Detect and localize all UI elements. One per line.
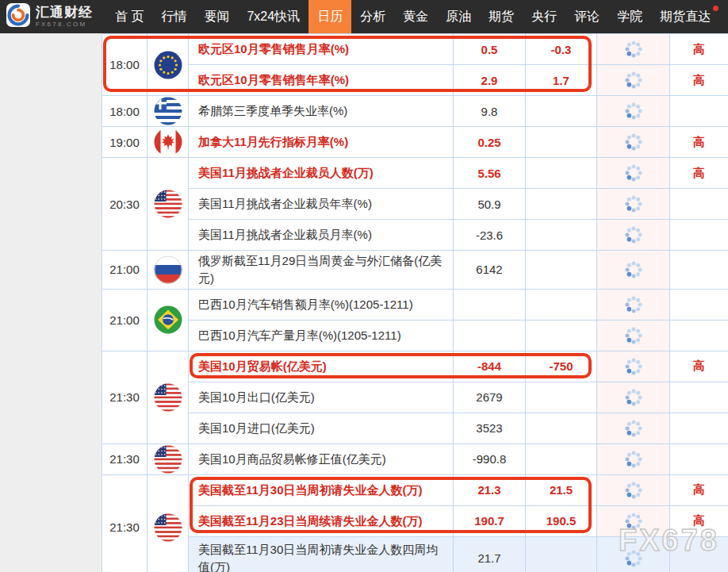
event-name[interactable]: 美国截至11月30日当周初请失业金人数(万) [189,474,454,505]
event-name[interactable]: 欧元区10月零售销售年率(%) [189,65,454,96]
greece-flag-icon [154,97,182,125]
nav-item-13[interactable]: 期货直达 [651,0,719,33]
top-nav: 汇通财经 FX678.COM 首 页行情要闻7x24快讯日历分析黄金原油期货央行… [0,0,728,33]
value-actual: 0.5 [454,34,526,65]
nav-item-3[interactable]: 要闻 [195,0,238,33]
spinner-cell [597,351,670,382]
brazil-flag-icon [154,305,182,334]
nav-item-1[interactable]: 首 页 [106,0,152,33]
importance-cell: 高 [670,65,728,96]
value-forecast: 21.5 [526,474,597,505]
brand-subtitle: FX678.COM [36,21,93,28]
nav-item-9[interactable]: 期货 [480,0,523,33]
loading-spinner-icon [625,420,642,437]
table-row: 21:00巴西10月汽车销售额月率(%)(1205-1211) [102,289,728,320]
value-forecast [526,443,597,474]
table-row: 巴西10月汽车产量月率(%)(1205-1211) [102,320,728,351]
value-forecast: 1.7 [526,65,597,96]
calendar-table-body: 18:00欧元区10月零售销售月率(%)0.5-0.3高欧元区10月零售销售年率… [102,34,728,572]
event-name[interactable]: 美国11月挑战者企业裁员年率(%) [189,189,454,220]
event-name[interactable]: 美国11月挑战者企业裁员人数(万) [189,158,454,189]
us-flag-icon [154,445,182,474]
time-cell: 18:00 [102,34,148,96]
spinner-cell [597,220,670,251]
spinner-cell [597,127,670,158]
nav-item-7[interactable]: 黄金 [394,0,437,33]
event-name[interactable]: 巴西10月汽车产量月率(%)(1205-1211) [189,320,454,351]
nav-item-6[interactable]: 分析 [351,0,394,33]
time-cell: 21:30 [102,474,148,572]
value-forecast: -0.3 [526,34,597,65]
value-actual: -990.8 [454,443,526,474]
importance-cell [670,189,728,220]
loading-spinner-icon [625,40,642,58]
table-row: 21:30美国10月商品贸易帐修正值(亿美元)-990.8 [102,443,728,474]
loading-spinner-icon [625,482,642,499]
table-row: 21:30美国截至11月30日当周初请失业金人数(万)21.321.5高 [102,474,728,505]
event-name[interactable]: 巴西10月汽车销售额月率(%)(1205-1211) [189,289,454,320]
value-actual [454,320,526,351]
table-row: 美国11月挑战者企业裁员年率(%)50.9 [102,189,728,220]
flag-cell [148,251,189,290]
value-forecast [526,189,597,220]
event-name[interactable]: 俄罗斯截至11月29日当周黄金与外汇储备(亿美元) [189,251,454,290]
loading-spinner-icon [625,296,642,313]
event-name[interactable]: 美国10月进口(亿美元) [189,413,454,443]
nav-item-11[interactable]: 评论 [565,0,608,33]
importance-cell [670,320,728,351]
spinner-cell [597,65,670,96]
table-row: 美国10月进口(亿美元)3523 [102,413,728,443]
brand-logo[interactable]: 汇通财经 FX678.COM [0,3,98,30]
flag-cell [148,474,189,572]
nav-item-10[interactable]: 央行 [523,0,565,33]
spinner-cell [597,536,670,572]
importance-cell [670,443,728,474]
value-forecast [526,251,597,290]
nav-item-2[interactable]: 行情 [152,0,195,33]
time-cell: 21:30 [102,351,148,443]
value-actual: 2679 [454,382,526,413]
flag-cell [148,96,189,127]
event-name[interactable]: 加拿大11月先行指标月率(%) [189,127,454,158]
table-row: 美国10月出口(亿美元)2679 [102,382,728,413]
event-name[interactable]: 希腊第三季度单季失业率(%) [189,96,454,127]
brand-title: 汇通财经 [36,6,93,19]
time-cell: 21:00 [102,251,148,290]
importance-cell: 高 [670,34,728,65]
spinner-cell [597,474,670,505]
flag-cell [148,127,189,158]
event-name[interactable]: 美国10月商品贸易帐修正值(亿美元) [189,443,454,474]
flag-cell [148,443,189,474]
nav-item-12[interactable]: 学院 [608,0,651,33]
importance-cell: 高 [670,127,728,158]
table-row: 18:00欧元区10月零售销售月率(%)0.5-0.3高 [102,34,728,65]
spinner-cell [597,320,670,351]
flag-cell [148,351,189,443]
event-name[interactable]: 美国10月出口(亿美元) [189,382,454,413]
nav-item-5[interactable]: 日历 [308,0,351,33]
importance-cell [670,536,728,572]
event-name[interactable]: 美国10月贸易帐(亿美元) [189,351,454,382]
table-row: 美国截至11月23日当周续请失业金人数(万)190.7190.5高 [102,505,728,536]
table-row: 美国11月挑战者企业裁员月率(%)-23.6 [102,220,728,251]
value-actual: 190.7 [454,505,526,536]
spinner-cell [597,96,670,127]
value-actual: 3523 [454,413,526,443]
value-actual: 6142 [454,251,526,290]
eu-flag-icon [154,51,182,79]
importance-cell [670,251,728,290]
value-forecast: -750 [526,351,597,382]
event-name[interactable]: 欧元区10月零售销售月率(%) [189,34,454,65]
nav-item-4[interactable]: 7x24快讯 [238,0,308,33]
spinner-cell [597,382,670,413]
loading-spinner-icon [625,226,642,244]
spinner-cell [597,34,670,65]
event-name[interactable]: 美国截至11月30日当周初请失业金人数四周均值(万) [189,536,454,572]
value-actual: 21.3 [454,474,526,505]
event-name[interactable]: 美国截至11月23日当周续请失业金人数(万) [189,505,454,536]
value-forecast [526,127,597,158]
event-name[interactable]: 美国11月挑战者企业裁员月率(%) [189,220,454,251]
economic-calendar-table: 18:00欧元区10月零售销售月率(%)0.5-0.3高欧元区10月零售销售年率… [102,33,728,572]
nav-item-8[interactable]: 原油 [437,0,480,33]
importance-cell [670,289,728,320]
